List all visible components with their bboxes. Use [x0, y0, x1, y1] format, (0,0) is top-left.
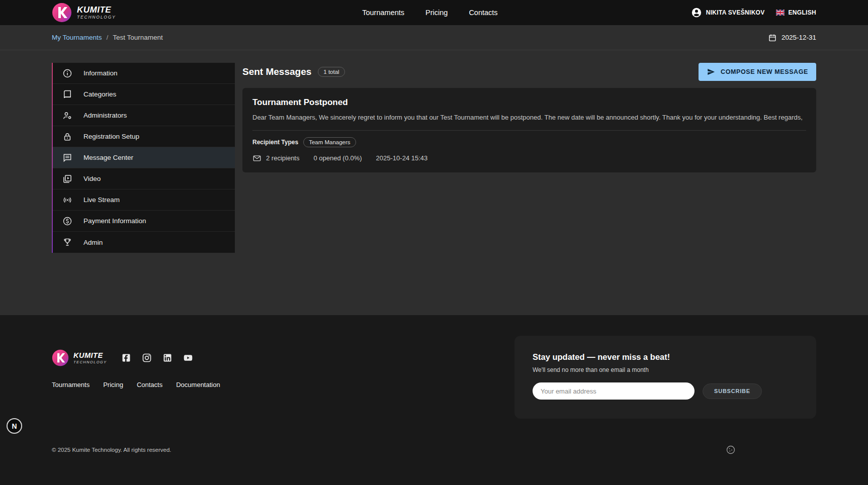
total-badge: 1 total	[318, 67, 344, 77]
tournament-sidebar: Information Categories Administrators	[52, 63, 235, 253]
book-icon	[62, 89, 72, 100]
sidebar-item-live-stream[interactable]: Live Stream	[52, 189, 235, 211]
account-icon	[691, 7, 702, 18]
kumite-logo-icon	[52, 349, 69, 366]
nav-pricing[interactable]: Pricing	[425, 9, 448, 17]
sidebar-item-label: Message Center	[83, 154, 133, 161]
manage-accounts-icon	[62, 111, 72, 121]
cookie-settings-icon[interactable]	[726, 445, 736, 455]
email-input[interactable]	[533, 382, 695, 400]
message-center-content: Sent Messages 1 total COMPOSE NEW MESSAG…	[242, 63, 816, 253]
facebook-icon[interactable]	[121, 353, 131, 363]
sent-timestamp: 2025-10-24 15:43	[376, 154, 428, 162]
newsletter-title: Stay updated — never miss a beat!	[533, 352, 798, 362]
sidebar-item-admin[interactable]: Admin	[52, 232, 235, 253]
message-body: Dear Team Managers, We sincerely regret …	[252, 113, 806, 123]
footer-link-pricing[interactable]: Pricing	[103, 381, 123, 389]
dollar-icon	[62, 216, 72, 226]
newsletter-subtitle: We'll send no more than one email a mont…	[533, 366, 798, 373]
user-menu[interactable]: NIKITA SVEŠNIKOV	[691, 7, 765, 18]
footer-nav: Tournaments Pricing Contacts Documentati…	[52, 381, 220, 389]
compose-button-label: COMPOSE NEW MESSAGE	[721, 68, 808, 75]
youtube-icon[interactable]	[183, 353, 193, 363]
footer-brand-subtitle: TECHNOLOGY	[73, 360, 107, 364]
footer-brand-title: KUMITE	[73, 352, 107, 359]
sidebar-item-administrators[interactable]: Administrators	[52, 105, 235, 126]
main-nav: Tournaments Pricing Contacts	[362, 9, 497, 17]
lock-icon	[62, 132, 72, 142]
footer-link-documentation[interactable]: Documentation	[176, 381, 220, 389]
page-title: Sent Messages	[242, 66, 311, 77]
language-selector[interactable]: ENGLISH	[776, 9, 816, 16]
footer-brand-logo[interactable]: KUMITE TECHNOLOGY	[52, 349, 107, 366]
sidebar-item-label: Payment Information	[83, 217, 146, 225]
footer-link-tournaments[interactable]: Tournaments	[52, 381, 90, 389]
linkedin-icon[interactable]	[162, 353, 172, 363]
recipient-type-chip: Team Managers	[303, 137, 356, 147]
page-main: Information Categories Administrators	[0, 50, 868, 315]
brand-subtitle: TECHNOLOGY	[77, 15, 116, 20]
kumite-logo-icon	[52, 3, 72, 23]
user-name: NIKITA SVEŠNIKOV	[706, 9, 765, 16]
chat-icon	[62, 153, 72, 163]
page-footer: KUMITE TECHNOLOGY	[0, 315, 868, 485]
sidebar-item-label: Administrators	[83, 112, 127, 119]
instagram-icon[interactable]	[142, 353, 152, 363]
brand-title: KUMITE	[77, 6, 116, 14]
social-links	[121, 353, 193, 363]
broadcast-icon	[62, 195, 72, 205]
nav-tournaments[interactable]: Tournaments	[362, 9, 404, 17]
card-divider	[252, 130, 806, 131]
sidebar-item-label: Video	[83, 175, 101, 182]
sidebar-item-information[interactable]: Information	[52, 63, 235, 84]
tournament-date-value: 2025-12-31	[782, 34, 816, 41]
copyright-text: © 2025 Kumite Technology. All rights res…	[52, 447, 171, 453]
breadcrumb-separator: /	[107, 34, 109, 41]
breadcrumb-my-tournaments[interactable]: My Tournaments	[52, 34, 102, 41]
compose-new-message-button[interactable]: COMPOSE NEW MESSAGE	[699, 63, 816, 81]
recipient-types-label: Recipient Types	[252, 139, 298, 146]
info-icon	[62, 68, 72, 78]
opened-stat: 0 opened (0.0%)	[313, 154, 362, 162]
trophy-icon	[62, 237, 72, 247]
video-library-icon	[62, 174, 72, 184]
recipients-count-value: 2 recipients	[266, 154, 299, 162]
sidebar-item-registration-setup[interactable]: Registration Setup	[52, 126, 235, 147]
breadcrumb-bar: My Tournaments / Test Tournament 2025-12…	[0, 25, 868, 50]
tournament-date: 2025-12-31	[768, 33, 816, 42]
sidebar-item-label: Live Stream	[83, 196, 120, 204]
nav-contacts[interactable]: Contacts	[469, 9, 497, 17]
subscribe-button[interactable]: SUBSCRIBE	[703, 383, 762, 399]
sidebar-item-label: Registration Setup	[83, 133, 139, 140]
mail-icon	[252, 154, 262, 163]
accessibility-widget-button[interactable]: N	[7, 418, 22, 434]
brand-logo[interactable]: KUMITE TECHNOLOGY	[52, 3, 116, 23]
send-icon	[707, 67, 716, 76]
sidebar-item-categories[interactable]: Categories	[52, 84, 235, 105]
top-header: KUMITE TECHNOLOGY Tournaments Pricing Co…	[0, 0, 868, 25]
footer-link-contacts[interactable]: Contacts	[137, 381, 162, 389]
sidebar-item-message-center[interactable]: Message Center	[52, 147, 235, 168]
message-title: Tournament Postponed	[252, 98, 806, 108]
sidebar-item-label: Categories	[83, 90, 116, 98]
sent-message-card[interactable]: Tournament Postponed Dear Team Managers,…	[242, 88, 816, 172]
breadcrumb-current: Test Tournament	[113, 34, 163, 41]
newsletter-card: Stay updated — never miss a beat! We'll …	[514, 336, 816, 419]
calendar-icon	[768, 33, 777, 42]
recipients-count: 2 recipients	[252, 154, 299, 163]
language-label: ENGLISH	[789, 9, 816, 16]
sidebar-item-payment-information[interactable]: Payment Information	[52, 211, 235, 232]
sidebar-item-video[interactable]: Video	[52, 168, 235, 189]
sidebar-item-label: Admin	[83, 239, 103, 246]
uk-flag-icon	[776, 10, 785, 16]
sidebar-item-label: Information	[83, 69, 118, 77]
